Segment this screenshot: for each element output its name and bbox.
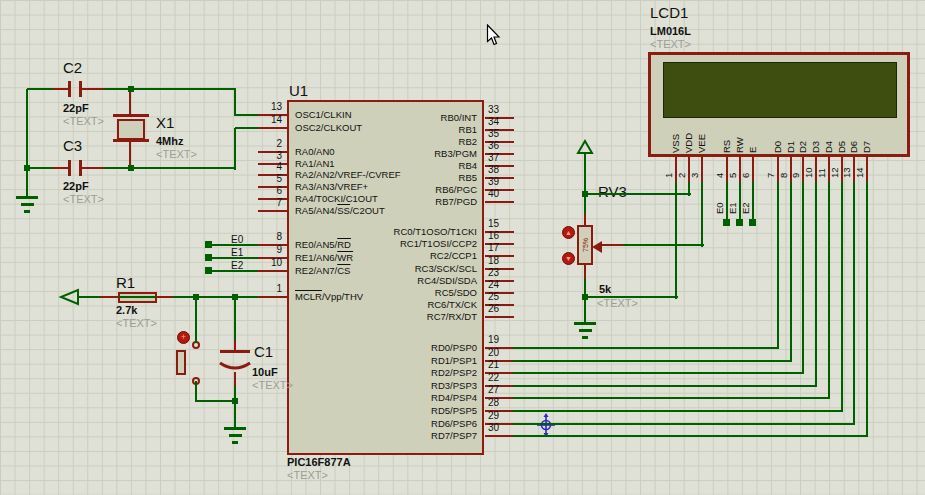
pic-pin-label: OSC1/CLKIN — [295, 110, 352, 120]
net-wire — [752, 182, 754, 223]
lcd-pin-label: VDD — [683, 116, 695, 153]
pic-pin-label: RA1/AN1 — [295, 159, 335, 169]
lcd-pin-number: 6 — [740, 158, 752, 178]
rv3-wiper-percent: 75% — [582, 238, 589, 252]
lcd-pin-number: 11 — [816, 158, 828, 178]
pic-pin-label: RE2/AN7/CS — [295, 266, 350, 276]
schematic-canvas: U1 PIC16F877A <TEXT> LCD1 LM016L <TEXT> … — [0, 0, 925, 495]
junction-dot — [128, 86, 134, 92]
pic-pin-label: RA0/AN0 — [295, 147, 335, 157]
rv3-value-label: 5k — [599, 284, 611, 295]
pic-pin-number: 14 — [254, 115, 282, 125]
lcd-pin-stub — [752, 157, 754, 182]
ground-bar — [232, 441, 238, 444]
ground-bar — [229, 434, 242, 437]
junction-dot — [232, 294, 238, 300]
lcd-pin-label: D6 — [848, 116, 860, 153]
c3-value-label: 22pF — [63, 181, 89, 192]
x1-crystal-plate[interactable] — [113, 114, 149, 117]
wire-segment — [81, 88, 236, 90]
pic-ref-label: U1 — [289, 83, 308, 98]
net-terminal — [736, 219, 743, 226]
ground-symbol — [12, 196, 42, 213]
ground-bar — [579, 329, 592, 332]
x1-text-placeholder: <TEXT> — [156, 149, 197, 160]
pic-pin-number: 20 — [488, 348, 499, 358]
pic-pin-label: RB6/PGC — [435, 185, 477, 195]
lcd-pin-label: VEE — [696, 116, 708, 153]
wire-segment — [26, 89, 28, 169]
pic-pin-label: MCLR/Vpp/THV — [295, 292, 363, 302]
pic-pin-number: 18 — [488, 256, 499, 266]
c1-text-placeholder: <TEXT> — [252, 380, 293, 391]
lcd-pin-label: RW — [734, 116, 746, 153]
pic-pin-label: RC0/T1OSO/T1CKI — [394, 227, 477, 237]
wire-segment — [195, 297, 197, 343]
pic-pin-label: RD3/PSP3 — [431, 381, 477, 391]
rv3-potentiometer[interactable]: 75% — [577, 225, 593, 265]
pic-pin-number: 24 — [488, 280, 499, 290]
wire-segment — [622, 244, 704, 246]
c2-value-label: 22pF — [63, 103, 89, 114]
pic-text-placeholder: <TEXT> — [287, 470, 328, 481]
pic-pin-number: 33 — [488, 105, 499, 115]
lcd-pin-label: RS — [721, 116, 733, 153]
pic-pin-stub — [258, 296, 287, 298]
pic-pin-number: 38 — [488, 165, 499, 175]
lcd-pin-number: 10 — [803, 158, 815, 178]
junction-dot — [128, 165, 134, 171]
lcd-pin-number: 14 — [854, 158, 866, 178]
rv3-increase-button[interactable]: ▲ — [562, 226, 575, 239]
pic-pin-number: 27 — [488, 385, 499, 395]
wire-segment — [234, 89, 236, 116]
pic-pin-label: RA5/AN4/SS/C2OUT — [295, 206, 385, 216]
component-pin-segment — [53, 167, 71, 169]
input-terminal-arrow[interactable] — [58, 287, 80, 311]
x1-ref-label: X1 — [156, 115, 174, 130]
data-bus-wire — [513, 372, 804, 374]
ground-symbol — [220, 427, 250, 444]
component-pin-segment — [100, 296, 119, 298]
data-bus-wire — [513, 347, 779, 349]
pic-pin-number: 17 — [488, 243, 499, 253]
c2-ref-label: C2 — [63, 60, 82, 75]
rv3-decrease-button[interactable]: ▼ — [562, 252, 575, 265]
pic-pin-number: 13 — [254, 102, 282, 112]
junction-dot — [193, 294, 199, 300]
pic-pin-number: 6 — [254, 186, 282, 196]
c3-text-placeholder: <TEXT> — [63, 194, 104, 205]
wire-segment — [675, 182, 677, 299]
push-button-actuator[interactable]: + — [177, 331, 190, 344]
pic-pin-number: 1 — [254, 284, 282, 294]
pic-pin-label: RD7/PSP7 — [431, 431, 477, 441]
lcd-pin-number: 3 — [689, 158, 701, 178]
pic-pin-number: 34 — [488, 117, 499, 127]
pic-pin-label: RB2 — [459, 137, 477, 147]
lcd-pin-label: D5 — [836, 116, 848, 153]
pic-pin-label: RD5/PSP5 — [431, 406, 477, 416]
ground-bar — [24, 210, 30, 213]
net-terminal — [205, 241, 212, 248]
net-terminal — [749, 219, 756, 226]
component-pin-segment — [584, 214, 586, 226]
pic-pin-number: 10 — [254, 258, 282, 268]
data-bus-wire — [513, 435, 868, 437]
pic-pin-number: 30 — [488, 423, 499, 433]
pic-pin-label: RB5 — [459, 173, 477, 183]
junction-dot — [582, 191, 588, 197]
ground-bar — [21, 203, 34, 206]
c1-value-label: 10uF — [252, 367, 278, 378]
push-button[interactable] — [176, 350, 186, 375]
wire-segment — [584, 152, 586, 216]
r1-value-label: 2.7k — [116, 305, 137, 316]
lcd-pin-number: 12 — [829, 158, 841, 178]
pic-pin-number: 23 — [488, 268, 499, 278]
x1-crystal[interactable] — [117, 119, 145, 140]
mouse-cursor-icon — [486, 24, 502, 52]
ground-bar — [582, 336, 588, 339]
pic-pin-label: RB0/INT — [441, 113, 477, 123]
pic-pin-number: 37 — [488, 153, 499, 163]
pic-pin-label: RD0/PSP0 — [431, 343, 477, 353]
pic-pin-stub — [258, 127, 287, 129]
component-pin-segment — [584, 264, 586, 279]
